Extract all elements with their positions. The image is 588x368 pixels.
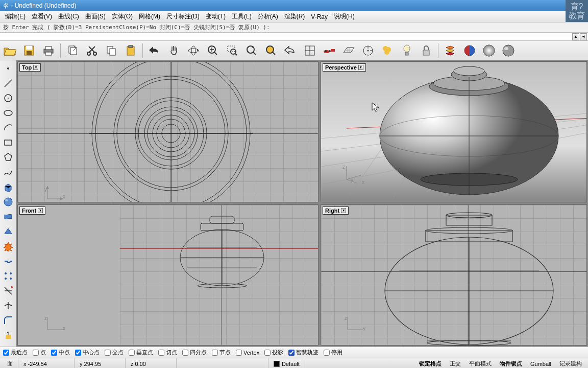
toggle-gumball[interactable]: Gumball (526, 361, 555, 367)
render-button[interactable] (480, 42, 498, 59)
fillet-tool[interactable] (1, 313, 15, 328)
toggle-planar[interactable]: 平面模式 (465, 360, 496, 367)
status-pane[interactable]: 面 (2, 358, 18, 368)
save-button[interactable] (20, 42, 38, 59)
line-tool[interactable] (1, 76, 15, 90)
surface-tool[interactable] (1, 210, 15, 224)
circle-tool[interactable] (1, 91, 15, 105)
command-input[interactable]: ▲ ◄ (0, 33, 588, 41)
osnap-disable[interactable]: 停用 (323, 349, 344, 356)
viewport-perspective[interactable]: Perspective ▼ (321, 61, 587, 202)
viewport-front[interactable]: Front ▼ z x (17, 204, 318, 346)
osnap-smarttrack[interactable]: 智慧轨迹 (287, 349, 320, 356)
layer-indicator[interactable]: Default (268, 358, 305, 368)
osnap-center[interactable]: 中心点 (74, 349, 101, 356)
zoom-extents-button[interactable] (243, 42, 260, 59)
sphere-tool[interactable] (1, 195, 15, 209)
undo-view-button[interactable] (282, 42, 299, 59)
menu-render[interactable]: 渲染(R) (281, 11, 308, 22)
menu-analyze[interactable]: 分析(A) (255, 11, 281, 22)
four-view-button[interactable] (301, 42, 318, 59)
print-button[interactable] (40, 42, 57, 59)
viewport-top[interactable]: Top ▼ y x (17, 61, 318, 202)
menu-mesh[interactable]: 网格(M) (136, 11, 163, 22)
svg-point-36 (483, 45, 495, 56)
menu-transform[interactable]: 变动(T) (203, 11, 229, 22)
curve-tool[interactable] (1, 165, 15, 179)
trim-tool[interactable] (1, 284, 15, 298)
solid-tool[interactable] (1, 224, 15, 239)
toggle-osnap[interactable]: 物件锁点 (496, 360, 526, 367)
zoom-window-button[interactable] (224, 42, 241, 59)
light-button[interactable] (398, 42, 415, 59)
set-cplane-button[interactable] (359, 42, 377, 59)
explode-tool[interactable] (1, 239, 15, 254)
viewport-right[interactable]: Right ▼ z y (321, 204, 587, 346)
menu-tools[interactable]: 工具(L) (229, 11, 255, 22)
osnap-quadrant[interactable]: 四分点 (181, 349, 208, 356)
svg-rect-13 (129, 45, 133, 48)
polygon-tool[interactable] (1, 150, 15, 165)
osnap-intersection[interactable]: 交点 (104, 349, 125, 356)
shade-button[interactable] (500, 42, 517, 59)
lock-button[interactable] (418, 42, 435, 59)
ellipse-tool[interactable] (1, 106, 15, 120)
osnap-perpendicular[interactable]: 垂直点 (128, 349, 154, 356)
dropdown-icon[interactable]: ▼ (358, 65, 363, 70)
menu-dimension[interactable]: 尺寸标注(D) (163, 11, 203, 22)
viewport-front-label[interactable]: Front ▼ (19, 206, 45, 215)
properties-button[interactable] (461, 42, 478, 59)
zoom-selected-button[interactable] (262, 42, 280, 59)
undo-button[interactable] (146, 42, 163, 59)
menu-curve[interactable]: 曲线(C) (55, 11, 82, 22)
extrude-tool[interactable] (1, 328, 15, 342)
layer-panel-button[interactable] (442, 42, 459, 59)
arc-tool[interactable] (1, 121, 15, 135)
layers-button[interactable] (379, 42, 396, 59)
zoom-in-button[interactable] (204, 42, 222, 59)
rotate-view-button[interactable] (185, 42, 202, 59)
osnap-point[interactable]: 点 (32, 349, 47, 356)
named-view-button[interactable] (321, 42, 338, 59)
cmd-scroll-left[interactable]: ◄ (580, 33, 587, 40)
svg-rect-33 (423, 50, 429, 55)
toggle-gridsnap[interactable]: 锁定格点 (415, 360, 446, 367)
toggle-ortho[interactable]: 正交 (446, 360, 465, 367)
rect-tool[interactable] (1, 135, 15, 150)
osnap-tangent[interactable]: 切点 (157, 349, 178, 356)
coord-z: z 0.00 (126, 358, 177, 368)
dropdown-icon[interactable]: ▼ (341, 208, 346, 213)
cut-button[interactable] (83, 42, 101, 59)
osnap-project[interactable]: 投影 (263, 349, 284, 356)
svg-rect-4 (45, 47, 52, 50)
osnap-midpoint[interactable]: 中点 (50, 349, 71, 356)
menu-view[interactable]: 查看(V) (29, 11, 55, 22)
copy-clip-button[interactable] (64, 42, 81, 59)
dropdown-icon[interactable]: ▼ (33, 65, 38, 70)
menu-solid[interactable]: 实体(O) (109, 11, 136, 22)
viewport-perspective-label[interactable]: Perspective ▼ (323, 63, 366, 72)
cmd-scroll-up[interactable]: ▲ (572, 33, 579, 40)
pan-button[interactable] (165, 42, 183, 59)
osnap-knot[interactable]: 节点 (211, 349, 232, 356)
menu-edit[interactable]: 编辑(E) (2, 11, 29, 22)
cplane-button[interactable] (340, 42, 357, 59)
point-tool[interactable] (1, 61, 15, 76)
split-tool[interactable] (1, 298, 15, 313)
menu-surface[interactable]: 曲面(S) (82, 11, 109, 22)
copy-button[interactable] (103, 42, 120, 59)
osnap-vertex[interactable]: Vertex (235, 350, 260, 356)
box-tool[interactable] (1, 180, 15, 194)
svg-point-24 (329, 50, 331, 52)
dropdown-icon[interactable]: ▼ (38, 208, 43, 213)
paste-button[interactable] (122, 42, 139, 59)
points-on-tool[interactable] (1, 269, 15, 283)
toggle-record[interactable]: 记录建构 (555, 360, 586, 367)
viewport-right-label[interactable]: Right ▼ (323, 206, 349, 215)
menu-vray[interactable]: V-Ray (308, 12, 331, 21)
join-tool[interactable] (1, 254, 15, 268)
osnap-nearest[interactable]: 最近点 (2, 349, 29, 356)
menu-help[interactable]: 说明(H) (331, 11, 358, 22)
viewport-top-label[interactable]: Top ▼ (19, 63, 41, 72)
open-button[interactable] (1, 42, 18, 59)
